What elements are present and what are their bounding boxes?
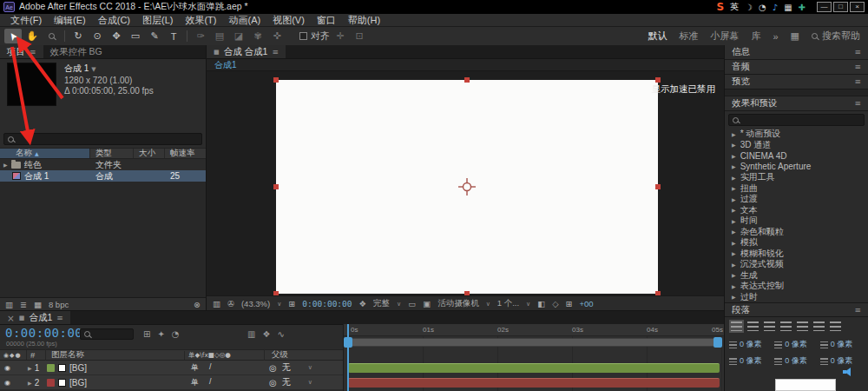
composition-canvas[interactable]: [276, 80, 658, 294]
menu-window[interactable]: 窗口: [311, 14, 342, 27]
draft-3d-icon[interactable]: [157, 329, 164, 339]
moon-icon[interactable]: ☽: [745, 3, 753, 12]
handle[interactable]: [655, 184, 661, 189]
workspace-default[interactable]: 默认: [648, 30, 667, 43]
justify-all-button[interactable]: [830, 321, 841, 331]
justify-last-left-button[interactable]: [780, 321, 792, 331]
workspace-overflow[interactable]: »: [773, 31, 778, 42]
zoom-level[interactable]: (43.3%): [241, 299, 270, 308]
timeline-ruler[interactable]: 0s 01s 02s 03s 04s 05s: [344, 324, 724, 336]
resolution-select[interactable]: 完整: [373, 298, 390, 309]
pickwhip-icon[interactable]: [269, 378, 277, 388]
flowchart-icon[interactable]: [566, 299, 573, 308]
transparency-grid-icon[interactable]: [423, 299, 431, 308]
handle[interactable]: [273, 77, 279, 83]
exposure-value[interactable]: +00: [580, 299, 594, 308]
puppet-pin-tool[interactable]: ✜: [268, 29, 286, 43]
graph-editor-icon[interactable]: [277, 329, 284, 339]
composition-name[interactable]: 合成 1: [64, 63, 89, 73]
preview-timecode[interactable]: 0:00:00:00: [302, 299, 352, 308]
always-preview-icon[interactable]: [213, 299, 220, 308]
indent-right-field[interactable]: 0 像素: [820, 339, 864, 350]
trash-icon[interactable]: [194, 300, 201, 309]
twirl-icon[interactable]: [732, 218, 736, 224]
twirl-icon[interactable]: [732, 196, 736, 202]
navigator-end-handle[interactable]: [713, 337, 722, 348]
chevron-down-icon[interactable]: [277, 301, 281, 308]
twirl-icon[interactable]: [732, 250, 736, 256]
visibility-eye-icon[interactable]: [4, 379, 10, 387]
clock-icon[interactable]: ◔: [759, 3, 766, 12]
tab-effect-controls[interactable]: 效果控件 BG: [43, 45, 109, 58]
panel-menu-icon[interactable]: [30, 48, 36, 56]
panel-menu-icon[interactable]: [854, 306, 861, 315]
motion-blur-icon[interactable]: [262, 329, 270, 339]
mask-options-icon[interactable]: [351, 29, 368, 43]
layer-label-color[interactable]: [47, 379, 55, 387]
twirl-icon[interactable]: [28, 380, 32, 386]
blend-mode[interactable]: 单: [191, 377, 199, 388]
twirl-icon[interactable]: [732, 175, 736, 181]
effects-category-blur-sharpen[interactable]: 模糊和锐化: [725, 249, 868, 260]
layer-bar-2[interactable]: [348, 378, 720, 388]
menu-view[interactable]: 视图(V): [266, 14, 311, 27]
grid-options-icon[interactable]: [332, 29, 349, 43]
effects-category-simulation[interactable]: 模拟: [725, 237, 868, 249]
column-size[interactable]: 大小: [134, 149, 165, 158]
panel-menu-icon[interactable]: [854, 48, 861, 56]
twirl-icon[interactable]: [732, 283, 736, 289]
project-search-input[interactable]: [3, 133, 202, 145]
type-tool[interactable]: T: [165, 29, 182, 43]
column-switches[interactable]: 单◆\fx■◇◎●: [184, 351, 264, 360]
minimize-button[interactable]: —: [817, 2, 832, 12]
handle[interactable]: [464, 77, 470, 83]
current-timecode[interactable]: 0:00:00:00: [5, 326, 82, 340]
menu-help[interactable]: 帮助(H): [342, 14, 386, 27]
layer-name[interactable]: [BG]: [69, 378, 87, 388]
camera-target-crosshair[interactable]: [458, 178, 476, 196]
effects-search-input[interactable]: [728, 114, 865, 126]
panel-menu-icon[interactable]: [854, 99, 861, 108]
chevron-down-icon[interactable]: [308, 379, 312, 386]
thumbnail-view-icon[interactable]: [34, 300, 42, 309]
camera-tool[interactable]: ⊙: [89, 29, 106, 43]
space-after-field[interactable]: 0 像素: [774, 355, 818, 367]
shape-tool[interactable]: ▭: [127, 29, 144, 43]
pen-tool[interactable]: ✎: [146, 29, 163, 43]
effects-category-time[interactable]: 时间: [725, 215, 868, 227]
effects-presets-header[interactable]: 效果和预设: [725, 96, 868, 111]
lang-en-indicator[interactable]: 英: [730, 1, 739, 13]
menu-file[interactable]: 文件(F): [4, 14, 48, 27]
chevron-down-icon[interactable]: [526, 301, 530, 308]
twirl-icon[interactable]: [3, 162, 8, 168]
snap-checkbox[interactable]: [299, 32, 307, 40]
tab-project[interactable]: 项目: [0, 45, 43, 58]
layer-bar-1[interactable]: [348, 363, 720, 373]
maximize-button[interactable]: □: [833, 2, 848, 12]
keyboard-icon[interactable]: ▦: [784, 3, 792, 12]
mini-flowchart-icon[interactable]: [143, 329, 150, 339]
extra-spacing-field[interactable]: 0 像素: [820, 355, 864, 367]
hand-tool[interactable]: ✋: [23, 29, 41, 43]
twirl-icon[interactable]: [732, 131, 736, 137]
frame-blend-icon[interactable]: [247, 329, 255, 339]
effects-category-transition[interactable]: 过渡: [725, 194, 868, 205]
twirl-icon[interactable]: [732, 185, 736, 191]
handle[interactable]: [273, 184, 279, 189]
brush-tool[interactable]: ✑: [192, 29, 209, 43]
panel-menu-icon[interactable]: [56, 314, 63, 322]
effects-category-synthetic-aperture[interactable]: Synthetic Aperture: [725, 162, 868, 173]
handle[interactable]: [655, 77, 661, 83]
column-layer-name[interactable]: 图层名称: [45, 349, 184, 361]
blend-mode[interactable]: 单: [191, 362, 199, 374]
timeline-search-input[interactable]: [80, 328, 134, 340]
chevron-down-icon[interactable]: [308, 364, 312, 371]
zoom-tool[interactable]: [43, 29, 60, 43]
twirl-icon[interactable]: [732, 262, 736, 268]
layer-label-color[interactable]: [47, 364, 55, 372]
twirl-icon[interactable]: [732, 272, 736, 278]
menu-animation[interactable]: 动画(A): [223, 14, 267, 27]
twirl-icon[interactable]: [732, 163, 736, 169]
chevron-down-icon[interactable]: [91, 64, 95, 76]
hide-shy-layers-icon[interactable]: [172, 329, 180, 339]
